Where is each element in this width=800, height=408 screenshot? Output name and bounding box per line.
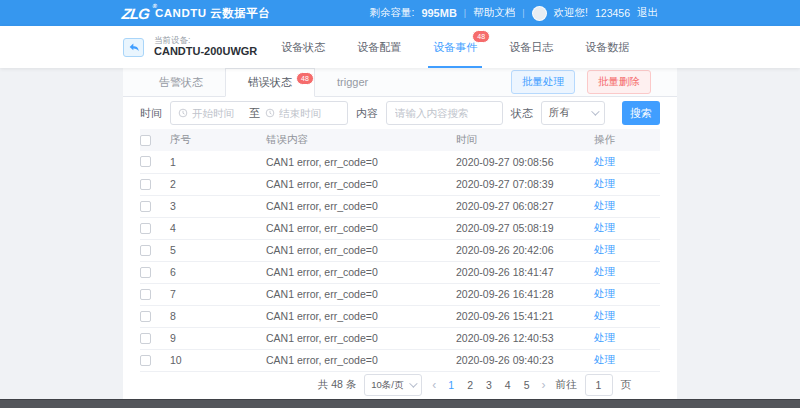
row-time: 2020-09-26 12:40:53 [456,327,594,349]
page-size-select[interactable]: 10条/页 [364,374,422,396]
col-error-content: 错误内容 [266,129,456,151]
row-error-content: CAN1 error, err_code=0 [266,283,456,305]
row-checkbox[interactable] [140,311,151,322]
page-number-1[interactable]: 1 [446,379,456,391]
tab-trigger[interactable]: trigger [315,68,390,96]
select-all-checkbox[interactable] [140,135,151,146]
time-range-picker[interactable]: 至 [170,101,348,125]
page-number-5[interactable]: 5 [522,379,532,391]
table-row: 9CAN1 error, err_code=02020-09-26 12:40:… [140,327,660,349]
row-error-content: CAN1 error, err_code=0 [266,349,456,371]
app-title: CANDTU 云数据平台 [155,6,270,21]
row-time: 2020-09-26 16:41:28 [456,283,594,305]
table-row: 10CAN1 error, err_code=02020-09-26 09:40… [140,349,660,371]
process-link[interactable]: 处理 [594,353,615,365]
row-checkbox[interactable] [140,355,151,366]
goto-page-input[interactable] [585,374,613,396]
page-numbers: 1 2 3 4 5 [446,379,531,391]
filter-bar: 时间 至 内容 状态 所有 搜索 [123,97,677,129]
table-row: 5CAN1 error, err_code=02020-09-26 20:42:… [140,239,660,261]
row-error-content: CAN1 error, err_code=0 [266,217,456,239]
tab-error-status[interactable]: 错误状态 48 [225,68,315,97]
row-index: 8 [170,305,266,327]
process-link[interactable]: 处理 [594,221,615,233]
row-checkbox[interactable] [140,223,151,234]
process-link[interactable]: 处理 [594,331,615,343]
tab-device-data[interactable]: 设备数据 [585,26,629,68]
back-button[interactable] [123,38,144,57]
row-error-content: CAN1 error, err_code=0 [266,305,456,327]
row-checkbox[interactable] [140,245,151,256]
events-panel: 告警状态 错误状态 48 trigger 批量处理 批量删除 时间 至 [123,68,677,399]
row-checkbox[interactable] [140,156,151,167]
batch-delete-button[interactable]: 批量删除 [587,70,651,94]
user-avatar[interactable] [532,6,547,21]
next-page-button[interactable]: › [540,378,548,392]
row-time: 2020-09-26 15:41:21 [456,305,594,327]
clock-icon [265,108,275,118]
tab-device-logs[interactable]: 设备日志 [509,26,553,68]
search-button[interactable]: 搜索 [622,101,660,125]
start-time-input[interactable] [192,107,244,119]
clock-icon [178,108,188,118]
row-time: 2020-09-27 05:08:19 [456,217,594,239]
row-checkbox[interactable] [140,333,151,344]
username[interactable]: 123456 [595,7,630,19]
prev-page-button[interactable]: ‹ [430,378,438,392]
row-error-content: CAN1 error, err_code=0 [266,327,456,349]
row-time: 2020-09-26 18:41:47 [456,261,594,283]
process-link[interactable]: 处理 [594,265,615,277]
topbar-right-group: 剩余容量: 995MB | 帮助文档 | 欢迎您! 123456 退出 [369,6,658,21]
row-index: 10 [170,349,266,371]
goto-suffix: 页 [621,378,632,392]
row-time: 2020-09-27 09:08:56 [456,151,594,173]
table-row: 2CAN1 error, err_code=02020-09-27 07:08:… [140,173,660,195]
row-time: 2020-09-27 07:08:39 [456,173,594,195]
tab-device-status[interactable]: 设备状态 [281,26,325,68]
error-count-badge: 48 [296,72,314,85]
row-index: 5 [170,239,266,261]
process-link[interactable]: 处理 [594,287,615,299]
page-number-2[interactable]: 2 [465,379,475,391]
row-checkbox[interactable] [140,179,151,190]
row-error-content: CAN1 error, err_code=0 [266,151,456,173]
page-size-value: 10条/页 [371,379,403,392]
logout-link[interactable]: 退出 [637,6,658,20]
current-device-info: 当前设备: CANDTU-200UWGR [154,35,257,59]
page-number-4[interactable]: 4 [503,379,513,391]
table-row: 3CAN1 error, err_code=02020-09-27 06:08:… [140,195,660,217]
row-index: 6 [170,261,266,283]
row-checkbox[interactable] [140,201,151,212]
process-link[interactable]: 处理 [594,155,615,167]
process-link[interactable]: 处理 [594,309,615,321]
process-link[interactable]: 处理 [594,199,615,211]
panel-tab-strip: 告警状态 错误状态 48 trigger 批量处理 批量删除 [123,68,677,97]
device-header: 当前设备: CANDTU-200UWGR 设备状态 设备配置 设备事件 48 设… [0,26,800,68]
pagination-bar: 共 48 条 10条/页 ‹ 1 2 3 4 5 › 前往 页 [123,372,677,400]
tab-alarm-status[interactable]: 告警状态 [137,68,225,96]
end-time-input[interactable] [279,107,331,119]
tab-device-config[interactable]: 设备配置 [357,26,401,68]
row-checkbox[interactable] [140,267,151,278]
status-select-value: 所有 [549,106,570,120]
table-row: 1CAN1 error, err_code=02020-09-27 09:08:… [140,151,660,173]
content-search-input[interactable] [386,101,503,125]
divider: | [464,8,466,18]
tab-device-events[interactable]: 设备事件 48 [433,26,477,68]
top-app-bar: ZLG® CANDTU 云数据平台 剩余容量: 995MB | 帮助文档 | 欢… [0,0,800,26]
help-docs-link[interactable]: 帮助文档 [473,6,515,20]
batch-process-button[interactable]: 批量处理 [511,70,575,94]
error-events-table: 序号 错误内容 时间 操作 1CAN1 error, err_code=0202… [140,129,660,372]
row-index: 4 [170,217,266,239]
zlg-logo-mark: ZLG® [121,5,150,22]
content-filter-label: 内容 [356,106,378,121]
page-number-3[interactable]: 3 [484,379,494,391]
row-checkbox[interactable] [140,289,151,300]
row-error-content: CAN1 error, err_code=0 [266,173,456,195]
status-select[interactable]: 所有 [541,101,605,125]
process-link[interactable]: 处理 [594,243,615,255]
process-link[interactable]: 处理 [594,177,615,189]
total-count: 共 48 条 [318,378,357,392]
page-content: 告警状态 错误状态 48 trigger 批量处理 批量删除 时间 至 [0,68,800,399]
back-arrow-icon [128,42,140,53]
